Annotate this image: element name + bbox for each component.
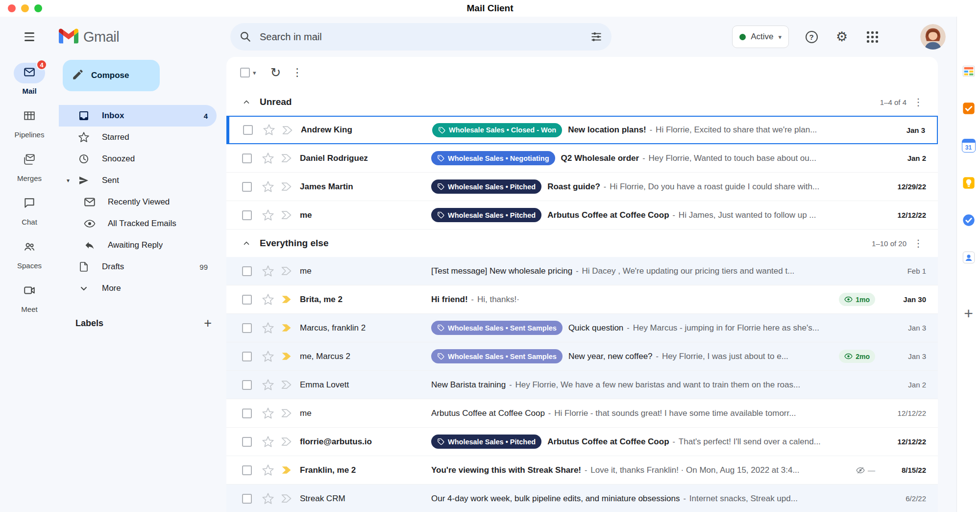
star-icon[interactable] xyxy=(262,180,274,193)
importance-marker-icon[interactable] xyxy=(281,125,294,135)
select-all-checkbox[interactable] xyxy=(240,68,250,77)
account-avatar[interactable] xyxy=(920,24,946,50)
rail-item-merges[interactable]: Merges xyxy=(14,150,45,182)
importance-marker-icon[interactable] xyxy=(280,294,293,305)
email-row[interactable]: me[Test message] New wholesale pricing-H… xyxy=(226,257,938,285)
email-row[interactable]: Streak CRMOur 4-day work week, bulk pipe… xyxy=(226,485,938,512)
star-icon[interactable] xyxy=(262,435,274,448)
star-icon[interactable] xyxy=(262,492,274,505)
importance-marker-icon[interactable] xyxy=(280,181,293,192)
row-checkbox[interactable] xyxy=(243,125,253,135)
sidebar-item-all-tracked-emails[interactable]: All Tracked Emails xyxy=(59,213,217,234)
email-row[interactable]: Marcus, franklin 2Wholesale Sales • Sent… xyxy=(226,314,938,342)
apps-grid-icon xyxy=(866,30,879,44)
add-label-icon[interactable]: + xyxy=(204,317,212,330)
star-icon[interactable] xyxy=(262,350,274,363)
rail-item-chat[interactable]: Chat xyxy=(14,194,45,226)
apps-button[interactable] xyxy=(860,25,884,49)
rail-item-spaces[interactable]: Spaces xyxy=(14,237,45,270)
search-input[interactable] xyxy=(257,31,585,43)
star-icon[interactable] xyxy=(262,209,274,222)
rail-item-meet[interactable]: Meet xyxy=(14,281,45,313)
row-checkbox[interactable] xyxy=(242,352,252,361)
sidebar-item-sent[interactable]: ▾Sent xyxy=(59,170,217,191)
row-checkbox[interactable] xyxy=(242,210,252,220)
row-checkbox[interactable] xyxy=(242,409,252,418)
row-checkbox[interactable] xyxy=(242,437,252,447)
importance-marker-icon[interactable] xyxy=(280,465,293,475)
email-row[interactable]: Brita, me 2Hi friend!-Hi, thanks!·1moJan… xyxy=(226,285,938,314)
rail-item-pipelines[interactable]: Pipelines xyxy=(14,106,45,139)
compose-button[interactable]: Compose xyxy=(63,60,160,91)
importance-marker-icon[interactable] xyxy=(280,266,293,276)
window-zoom-button[interactable] xyxy=(34,4,42,12)
importance-marker-icon[interactable] xyxy=(280,351,293,361)
sidebar-item-more[interactable]: More xyxy=(59,278,217,299)
collapse-section-icon[interactable] xyxy=(242,98,252,106)
select-dropdown-icon[interactable]: ▾ xyxy=(253,69,256,77)
more-options-button[interactable]: ⋮ xyxy=(287,62,308,83)
star-icon[interactable] xyxy=(262,464,274,477)
email-row[interactable]: florrie@arbutus.ioWholesale Sales • Pitc… xyxy=(226,428,938,456)
help-button[interactable]: ? xyxy=(800,25,823,49)
row-checkbox[interactable] xyxy=(242,154,252,163)
importance-marker-icon[interactable] xyxy=(280,436,293,447)
email-row[interactable]: Franklin, me 2You're viewing this with S… xyxy=(226,456,938,485)
window-minimize-button[interactable] xyxy=(21,4,29,12)
search-icon[interactable] xyxy=(234,26,257,48)
row-checkbox[interactable] xyxy=(242,494,252,504)
importance-marker-icon[interactable] xyxy=(280,153,293,163)
search-filters-icon[interactable] xyxy=(585,26,608,48)
email-row[interactable]: meWholesale Sales • PitchedArbutus Coffe… xyxy=(226,201,938,230)
settings-button[interactable]: ⚙ xyxy=(830,25,854,49)
row-checkbox[interactable] xyxy=(242,323,252,333)
sidebar-item-snoozed[interactable]: Snoozed xyxy=(59,148,217,170)
tasks-icon[interactable] xyxy=(961,213,976,228)
section-more-icon[interactable]: ⋮ xyxy=(908,96,928,108)
streak-tasks-icon[interactable] xyxy=(961,101,976,116)
streak-sidebar-icon[interactable] xyxy=(961,64,976,78)
star-icon[interactable] xyxy=(263,124,275,136)
pencil-icon xyxy=(72,68,84,83)
window-close-button[interactable] xyxy=(8,4,16,12)
rail-item-mail[interactable]: 4Mail xyxy=(14,63,45,95)
star-icon[interactable] xyxy=(262,152,274,165)
sidebar-item-inbox[interactable]: Inbox4 xyxy=(59,105,217,127)
email-row[interactable]: Daniel RodriguezWholesale Sales • Negoti… xyxy=(226,144,938,173)
star-icon[interactable] xyxy=(262,322,274,334)
importance-marker-icon[interactable] xyxy=(280,493,293,504)
star-icon[interactable] xyxy=(262,379,274,391)
sidebar-item-awaiting-reply[interactable]: Awaiting Reply xyxy=(59,234,217,256)
get-addons-icon[interactable]: + xyxy=(961,306,976,321)
star-icon[interactable] xyxy=(262,407,274,420)
main-area: ▾ ↻ ⋮ Unread1–4 of 4⋮Andrew KingWholesal… xyxy=(226,57,956,512)
email-row[interactable]: Emma LovettNew Barista training-Hey Flor… xyxy=(226,371,938,399)
row-checkbox[interactable] xyxy=(242,182,252,192)
section-more-icon[interactable]: ⋮ xyxy=(908,237,928,249)
importance-marker-icon[interactable] xyxy=(280,408,293,418)
row-checkbox[interactable] xyxy=(242,266,252,276)
row-checkbox[interactable] xyxy=(242,380,252,390)
keep-icon[interactable] xyxy=(961,176,976,190)
star-icon[interactable] xyxy=(262,293,274,306)
collapse-section-icon[interactable] xyxy=(242,239,252,248)
calendar-icon[interactable]: 31 xyxy=(961,138,976,153)
sidebar-item-starred[interactable]: Starred xyxy=(59,127,217,148)
row-checkbox[interactable] xyxy=(242,465,252,475)
row-checkbox[interactable] xyxy=(242,295,252,305)
status-selector[interactable]: Active ▾ xyxy=(732,26,789,48)
main-menu-icon[interactable] xyxy=(23,31,36,43)
email-row[interactable]: meArbutus Coffee at Coffee Coop-Hi Florr… xyxy=(226,399,938,428)
contacts-icon[interactable] xyxy=(961,250,976,265)
importance-marker-icon[interactable] xyxy=(280,323,293,333)
email-row[interactable]: Andrew KingWholesale Sales • Closed - Wo… xyxy=(226,116,938,144)
importance-marker-icon[interactable] xyxy=(280,380,293,390)
sidebar-item-recently-viewed[interactable]: Recently Viewed xyxy=(59,191,217,213)
sidebar-item-drafts[interactable]: Drafts99 xyxy=(59,256,217,278)
star-icon[interactable] xyxy=(262,265,274,278)
email-row[interactable]: James MartinWholesale Sales • PitchedRoa… xyxy=(226,173,938,201)
refresh-button[interactable]: ↻ xyxy=(265,62,287,83)
importance-marker-icon[interactable] xyxy=(280,210,293,220)
email-row[interactable]: me, Marcus 2Wholesale Sales • Sent Sampl… xyxy=(226,342,938,371)
expander-caret-icon[interactable]: ▾ xyxy=(67,177,70,184)
